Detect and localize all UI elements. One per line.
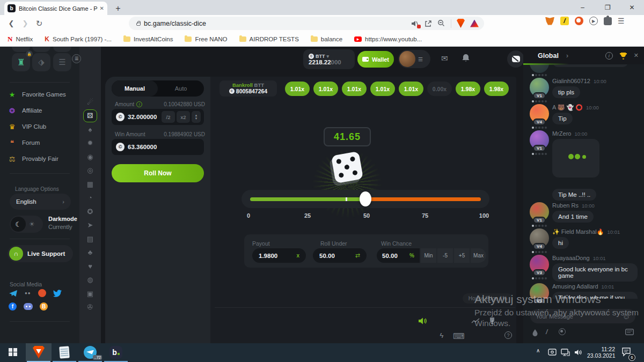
win-chance-+5-button[interactable]: +5 [454,248,470,263]
back-button[interactable]: ❮ [4,19,18,27]
amount-value[interactable]: 32.000000 [128,114,162,120]
chat-info-icon[interactable]: i [605,52,613,60]
window-close-button[interactable]: ✕ [620,0,644,15]
history-multiplier-badge[interactable]: 1.01x [342,82,367,96]
game-strip-roulette-icon[interactable]: ✪ [83,205,97,218]
bat-rewards-icon[interactable] [470,20,479,27]
half-bet-button[interactable]: /2 [162,111,175,123]
avatar[interactable] [399,51,415,67]
taskbar-bcgame[interactable]: b [103,343,129,361]
game-strip-video-poker-icon[interactable]: ♥ [83,260,97,272]
tray-volume-icon[interactable] [574,349,583,356]
game-strip-crash-icon[interactable]: ☄ [83,95,97,108]
win-chance-input[interactable]: 50.00 % [377,248,420,263]
profile-menu[interactable]: ☰ [398,50,430,68]
browser-tab[interactable]: b Bitcoin Classic Dice Game - Play D ✕ [4,2,107,15]
extension-l-icon[interactable]: / [560,17,569,25]
play-circle-extension-icon[interactable]: ▶ [589,17,598,25]
bitcointalk-icon[interactable]: B [40,302,48,311]
coin-drop-icon[interactable] [559,328,566,335]
brave-shield-icon[interactable] [457,19,465,28]
game-strip-rocket-icon[interactable]: ➤ [83,219,97,232]
hotkeys-icon[interactable]: ⌨ [453,331,464,341]
chat-rules-icon[interactable] [625,329,634,335]
stats-icon[interactable] [471,318,480,324]
balance-selector[interactable]: ©BTT▾ 2218.22000 [303,49,355,69]
facebook-icon[interactable]: f [9,302,17,311]
sidebar-item-vip-club[interactable]: ♛VIP Club [8,121,72,132]
sidebar-item-affiliate[interactable]: ❂Affiliate [8,105,72,116]
history-multiplier-badge[interactable]: 1.01x [285,82,310,96]
roll-slider[interactable] [241,190,489,208]
game-strip-keno-icon[interactable]: ▦ [83,178,97,190]
history-multiplier-badge[interactable]: 1.01x [313,82,338,96]
secure-lock-icon[interactable] [136,23,141,26]
chat-username[interactable]: BuayaaaDong [552,255,590,261]
start-button[interactable] [0,343,26,361]
amount-input[interactable]: © 32.000000 /2 x2 ▴▾ [112,109,204,125]
chat-bubble[interactable]: hi [552,237,569,249]
win-chance-min-button[interactable]: Min [421,248,436,263]
taskbar-brave[interactable] [26,343,52,361]
address-bar[interactable]: bc.game/classic-dice [129,17,484,30]
window-restore-button[interactable]: ❐ [596,0,620,15]
game-strip-baccarat-icon[interactable]: ◍ [83,274,97,286]
chat-close-icon[interactable]: ✕ [634,52,639,59]
bookmark-item[interactable]: NNetflix [8,35,33,43]
chat-username[interactable]: A 🐻 👻 ⭕ [552,104,583,110]
wallet-button[interactable]: Wallet [357,51,394,68]
chevron-right-icon[interactable]: › [566,52,568,60]
mail-icon[interactable]: ✉ [441,54,448,63]
game-strip-classic-dice-icon[interactable]: ⚄ [83,109,97,122]
payout-input[interactable]: 1.9800 x [252,248,306,263]
chat-bubble[interactable]: Good luck everyone in bc game [552,263,638,282]
tray-network-icon[interactable] [561,349,570,356]
swap-icon[interactable]: ⇄ [355,252,360,259]
twitter-icon[interactable] [53,290,62,297]
roll-under-input[interactable]: 50.00 ⇄ [313,248,367,263]
bell-icon[interactable] [462,54,470,63]
chat-toggle-button[interactable] [507,50,524,68]
game-tile-partial[interactable]: ◆ [53,47,71,52]
sidebar-collapse-button[interactable]: ☰ [72,54,81,63]
game-strip-hash-dice-icon[interactable]: ♠ [83,123,97,136]
puzzle-extensions-icon[interactable] [604,17,612,25]
history-multiplier-badge[interactable]: 1.98x [456,82,480,96]
sidebar-item-forum[interactable]: ❝Forum [8,137,72,149]
chat-username[interactable]: Amusing Adallard [552,283,598,290]
sun-icon[interactable]: ☀ [29,220,35,228]
roll-now-button[interactable]: Roll Now [112,164,204,182]
history-multiplier-badge[interactable]: 1.01x [399,82,423,96]
game-strip-mines-icon[interactable]: ✹ [83,137,97,150]
chat-bubble[interactable]: And 1 time [552,211,594,223]
medium-icon[interactable]: ●● [25,291,31,295]
sidebar-item-provably-fair[interactable]: ⚖Provably Fair [8,153,72,165]
game-tile-ticket[interactable]: ⬗ [32,53,50,71]
help-icon[interactable]: ? [504,331,512,339]
new-tab-button[interactable]: + [113,3,123,14]
tray-cast-icon[interactable] [548,349,557,356]
moon-icon[interactable]: ☾ [11,217,26,232]
action-center-button[interactable]: 6 [621,347,632,359]
tab-muted-icon[interactable] [411,20,419,27]
chat-bubble[interactable]: Tip [552,113,573,124]
bookmark-item[interactable]: InvestAltCoins [123,36,173,42]
chat-username[interactable]: MrZero [552,130,571,137]
forward-button[interactable]: ❯ [18,19,32,27]
bookmark-item[interactable]: KSouth Park (1997) -... [45,35,112,43]
leaderboard-icon[interactable] [488,317,496,324]
reload-button[interactable]: ↻ [32,19,46,28]
game-tile-coins[interactable]: ☰ [53,53,71,71]
game-strip-limbo-icon[interactable]: ◔ [83,191,97,204]
tab-manual[interactable]: Manual [112,80,158,97]
chat-room-title[interactable]: Global [538,52,559,60]
sidebar-item-favorite-games[interactable]: ★Favorite Games [8,88,72,100]
rain-tip-icon[interactable] [532,329,538,336]
turbo-icon[interactable]: ϟ [436,331,447,339]
extension-orange-icon[interactable] [575,17,583,25]
game-strip-spiral-icon[interactable]: ✇ [83,301,97,314]
bookmark-item[interactable]: ▶https://www.youtub... [354,36,422,42]
history-multiplier-badge[interactable]: 1.01x [370,82,395,96]
share-icon[interactable] [425,20,432,27]
trophy-icon[interactable] [619,52,627,60]
